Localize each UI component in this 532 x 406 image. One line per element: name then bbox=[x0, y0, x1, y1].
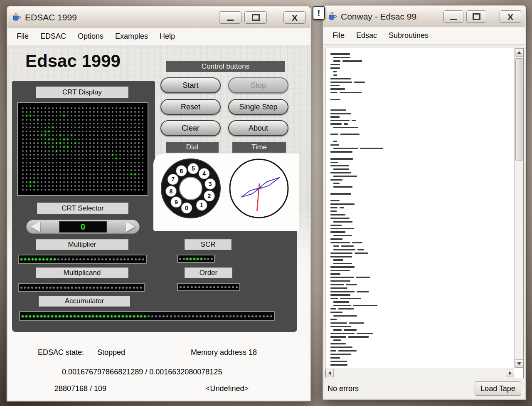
register-dot bbox=[104, 287, 106, 289]
crt-dot bbox=[30, 142, 31, 144]
scroll-down-button[interactable] bbox=[515, 359, 523, 368]
crt-dot bbox=[56, 177, 57, 179]
crt-dot bbox=[33, 131, 35, 132]
crt-dot bbox=[93, 126, 95, 128]
crt-dot bbox=[78, 154, 80, 156]
crt-dot bbox=[33, 107, 35, 109]
register-dot bbox=[27, 287, 30, 289]
crt-dot bbox=[37, 166, 39, 167]
close-icon: X bbox=[507, 12, 513, 21]
about-button[interactable]: About bbox=[228, 120, 288, 136]
menu-file[interactable]: File bbox=[11, 32, 34, 41]
crt-dot bbox=[112, 169, 113, 171]
crt-dot bbox=[119, 126, 121, 128]
reset-button[interactable]: Reset bbox=[160, 99, 221, 115]
crt-dot bbox=[59, 154, 61, 156]
menu-help[interactable]: Help bbox=[154, 32, 181, 41]
scroll-up-button[interactable] bbox=[515, 48, 523, 57]
crt-dot bbox=[108, 131, 110, 132]
crt-dot bbox=[22, 181, 24, 183]
crt-dot bbox=[104, 142, 106, 144]
crt-dot bbox=[116, 166, 117, 167]
crt-dot bbox=[116, 126, 117, 128]
crt-dot bbox=[82, 119, 84, 121]
code-line bbox=[330, 356, 512, 359]
crt-dot bbox=[93, 131, 95, 132]
clear-button[interactable]: Clear bbox=[160, 120, 221, 136]
menu-options[interactable]: Options bbox=[72, 32, 109, 41]
crt-dot bbox=[108, 154, 110, 156]
vertical-scrollbar[interactable] bbox=[514, 48, 523, 368]
crt-dot bbox=[30, 162, 31, 163]
register-dot bbox=[59, 315, 61, 317]
horizontal-scrollbar[interactable] bbox=[325, 368, 514, 378]
code-line bbox=[330, 324, 512, 328]
crt-dot bbox=[108, 142, 110, 144]
menu-file[interactable]: File bbox=[327, 31, 350, 40]
rotary-dial[interactable]: 1234567890 bbox=[160, 157, 222, 220]
menu-subroutines[interactable]: Subroutines bbox=[383, 31, 434, 40]
register-dot bbox=[96, 315, 98, 317]
crt-dot bbox=[127, 119, 128, 121]
maximize-button[interactable] bbox=[244, 11, 267, 24]
scroll-left-button[interactable] bbox=[325, 369, 334, 377]
crt-dot bbox=[26, 189, 27, 191]
crt-dot bbox=[97, 185, 99, 187]
menu-examples[interactable]: Examples bbox=[109, 32, 154, 41]
minimize-button[interactable] bbox=[443, 10, 463, 23]
conway-titlebar[interactable]: Conway - Edsac 99 X bbox=[323, 6, 525, 27]
crt-dot bbox=[37, 173, 39, 175]
scroll-right-button[interactable] bbox=[506, 369, 514, 377]
crt-dot bbox=[56, 111, 57, 113]
maximize-button[interactable] bbox=[466, 10, 486, 23]
crt-dot bbox=[67, 189, 69, 191]
crt-dot bbox=[112, 111, 113, 113]
register-dot bbox=[185, 315, 187, 317]
crt-dot bbox=[26, 146, 27, 148]
crt-dot bbox=[104, 185, 106, 187]
crt-dot bbox=[86, 126, 87, 128]
start-button[interactable]: Start bbox=[160, 77, 221, 93]
crt-dot bbox=[82, 139, 84, 140]
memory-address: Memory address 18 bbox=[191, 348, 257, 357]
crt-dot bbox=[108, 146, 110, 148]
crt-dot bbox=[78, 139, 80, 140]
edsac-titlebar[interactable]: EDSAC 1999 X bbox=[7, 7, 310, 28]
selector-left-arrow[interactable] bbox=[31, 221, 40, 232]
crt-dot bbox=[123, 111, 125, 113]
register-dot bbox=[118, 315, 120, 317]
vertical-scroll-thumb[interactable] bbox=[515, 58, 522, 161]
crt-dot bbox=[89, 131, 91, 132]
crt-dot bbox=[101, 146, 102, 148]
crt-dot bbox=[123, 126, 125, 128]
code-editor[interactable] bbox=[325, 48, 524, 378]
crt-dot bbox=[82, 111, 84, 113]
crt-dot bbox=[93, 111, 95, 113]
register-dot bbox=[70, 315, 72, 317]
menu-edsac[interactable]: EDSAC bbox=[34, 32, 72, 41]
code-line bbox=[330, 307, 512, 311]
load-tape-button[interactable]: Load Tape bbox=[475, 381, 521, 396]
menu-edsac[interactable]: Edsac bbox=[350, 31, 383, 40]
crt-dot bbox=[142, 150, 143, 152]
crt-dot bbox=[104, 119, 106, 121]
minimize-button[interactable] bbox=[219, 11, 241, 24]
crt-dot bbox=[138, 158, 140, 159]
crt-dot bbox=[30, 134, 31, 136]
crt-dot bbox=[134, 181, 136, 183]
register-dot bbox=[62, 315, 64, 317]
crt-dot bbox=[71, 162, 72, 163]
close-button[interactable]: X bbox=[283, 11, 306, 24]
crt-dot bbox=[138, 173, 140, 175]
crt-dot bbox=[52, 107, 54, 109]
register-dot bbox=[39, 258, 41, 260]
crt-dot bbox=[93, 123, 95, 124]
selector-right-arrow[interactable] bbox=[126, 221, 135, 232]
crt-dot bbox=[74, 169, 76, 171]
crt-dot bbox=[127, 185, 128, 187]
single-step-button[interactable]: Single Step bbox=[228, 99, 288, 115]
crt-dot bbox=[116, 185, 117, 187]
stop-button[interactable]: Stop bbox=[228, 77, 288, 93]
crt-dot bbox=[63, 142, 65, 144]
close-button[interactable]: X bbox=[500, 10, 521, 23]
